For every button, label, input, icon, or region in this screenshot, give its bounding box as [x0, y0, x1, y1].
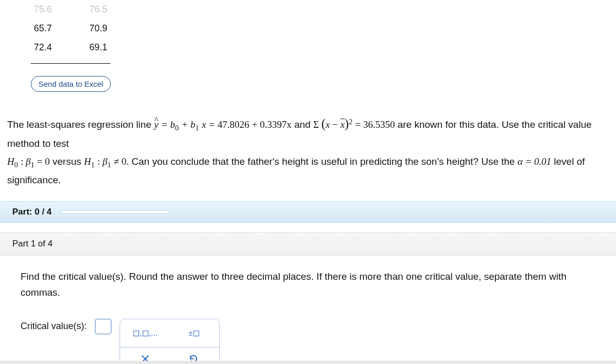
text: x = [202, 119, 218, 130]
sub: 1 [107, 160, 111, 168]
sub: 1 [195, 124, 199, 132]
table-row: 72.4 69.1 [31, 38, 110, 57]
text: versus [52, 156, 84, 167]
table-row: 75.6 76.5 [31, 0, 110, 19]
cell: 76.5 [89, 4, 107, 15]
cell: 72.4 [34, 42, 52, 53]
send-to-excel-button[interactable]: Send data to Excel [31, 76, 111, 92]
value: 47.8026 [218, 119, 249, 130]
part1-title: Part 1 of 4 [12, 239, 52, 248]
tool-panel: ,,... ± [120, 319, 220, 364]
sub: 1 [91, 160, 94, 168]
cell: 70.9 [89, 23, 107, 34]
text: = 0 [37, 156, 50, 167]
h0: H [7, 156, 14, 167]
list-format-button[interactable]: ,,... [127, 325, 163, 341]
text: : [21, 156, 26, 167]
text: = [355, 119, 363, 130]
sigma: Σ [313, 119, 321, 130]
beta: β [26, 156, 30, 167]
alpha: α = 0.01 [517, 156, 551, 167]
sub: 0 [175, 124, 179, 132]
part1-header: Part 1 of 4 [0, 232, 616, 256]
value: 36.5350 [363, 119, 395, 130]
problem-statement: The least-squares regression line y = b0… [0, 92, 616, 201]
critical-value-input[interactable] [95, 319, 111, 334]
text: = b [161, 119, 175, 130]
text: : [98, 156, 103, 167]
h1: H [84, 156, 91, 167]
cell: 69.1 [89, 42, 107, 53]
value: 0.3397x [260, 119, 292, 130]
cell: 65.7 [34, 23, 52, 34]
table-row: 65.7 70.9 [31, 19, 110, 38]
part1-text: Find the critical value(s). Round the an… [21, 271, 566, 297]
cell: 75.6 [34, 4, 52, 15]
text: ≠ 0. [114, 156, 129, 167]
text: and [294, 119, 313, 130]
footer-scroll-strip [0, 361, 616, 364]
beta: β [103, 156, 107, 167]
progress-track [61, 210, 169, 214]
progress-label: Part: 0 / 4 [12, 207, 52, 217]
y-hat: y [154, 119, 158, 130]
progress-bar-strip: Part: 0 / 4 [0, 201, 616, 223]
text: The least-squares regression line [7, 119, 154, 130]
data-table: 75.6 76.5 65.7 70.9 72.4 69.1 [31, 0, 110, 64]
part1-body: Find the critical value(s). Round the an… [0, 256, 616, 306]
sub: 1 [31, 160, 34, 168]
text: + b [181, 119, 195, 130]
text: + [252, 119, 260, 130]
text: Can you conclude that the father's heigh… [131, 156, 517, 167]
plus-minus-button[interactable]: ± [176, 325, 212, 341]
sup: 2 [349, 118, 353, 126]
sub: 0 [14, 160, 18, 168]
critical-value-label: Critical value(s): [21, 319, 87, 332]
